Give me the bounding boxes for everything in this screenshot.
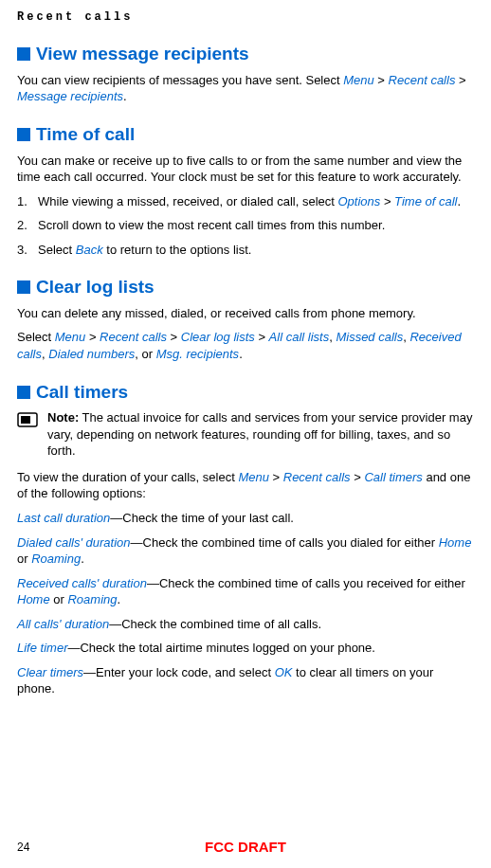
text: —Check the combined time of calls you re… — [147, 576, 465, 590]
text: > — [269, 470, 283, 484]
text: . — [457, 194, 461, 208]
all-calls-duration-link: All calls' duration — [17, 617, 109, 631]
recent-calls-link: Recent calls — [389, 73, 456, 87]
text: , or — [135, 347, 155, 361]
text: —Check the combined time of all calls. — [109, 617, 321, 631]
option-item: Last call duration—Check the time of you… — [17, 510, 474, 527]
recent-calls-link: Recent calls — [283, 470, 351, 484]
roaming-link: Roaming — [67, 592, 117, 606]
menu-link: Menu — [55, 330, 86, 344]
menu-link: Menu — [343, 73, 374, 87]
note-text: Note: The actual invoice for calls and s… — [47, 409, 474, 460]
life-timer-link: Life timer — [17, 641, 67, 655]
square-icon — [17, 280, 30, 294]
note-block: Note: The actual invoice for calls and s… — [17, 409, 474, 460]
home-link: Home — [17, 592, 50, 606]
text: > — [255, 330, 269, 344]
call-timers-link: Call timers — [364, 470, 422, 484]
section-heading-time-of-call: Time of call — [17, 122, 474, 147]
text: . — [123, 89, 127, 103]
section-heading-clear-log: Clear log lists — [17, 275, 474, 299]
dialed-calls-duration-link: Dialed calls' duration — [17, 535, 131, 550]
square-icon — [17, 386, 30, 399]
roaming-link: Roaming — [31, 552, 81, 566]
option-item: Dialed calls' duration—Check the combine… — [17, 534, 474, 568]
section-heading-view-message: View message recipients — [17, 42, 474, 66]
paragraph: You can make or receive up to five calls… — [17, 153, 474, 186]
list-item: Scroll down to view the most recent call… — [17, 217, 474, 234]
back-link: Back — [76, 243, 103, 257]
message-recipients-link: Message recipients — [17, 89, 123, 103]
page-footer: 24 FCC DRAFT — [0, 840, 491, 855]
square-icon — [17, 128, 30, 141]
text: Select — [38, 243, 76, 257]
options-link: Options — [337, 194, 380, 208]
clear-log-lists-link: Clear log lists — [181, 330, 255, 344]
text: > — [351, 470, 365, 484]
text: You can view recipients of messages you … — [17, 73, 343, 87]
heading-text: Time of call — [36, 124, 135, 144]
text: —Check the combined time of calls you di… — [131, 535, 439, 550]
received-calls-duration-link: Received calls' duration — [17, 576, 147, 590]
heading-text: View message recipients — [36, 44, 249, 63]
paragraph: Select Menu > Recent calls > Clear log l… — [17, 329, 474, 362]
option-item: Clear timers—Enter your lock code, and s… — [17, 664, 474, 697]
text: or — [17, 552, 31, 566]
text: . — [239, 347, 243, 361]
time-of-call-link: Time of call — [394, 194, 457, 208]
heading-text: Clear log lists — [36, 277, 155, 297]
menu-link: Menu — [238, 470, 269, 484]
page-header: Recent calls — [17, 9, 474, 25]
text: . — [81, 552, 84, 566]
text: > — [455, 73, 465, 87]
text: > — [167, 330, 181, 344]
text: > — [85, 330, 100, 344]
svg-rect-1 — [21, 416, 30, 424]
text: The actual invoice for calls and service… — [47, 410, 472, 458]
note-label: Note: — [47, 410, 79, 425]
list-item: Select Back to return to the options lis… — [17, 242, 474, 259]
recent-calls-link: Recent calls — [100, 330, 167, 344]
text: To view the duration of your calls, sele… — [17, 470, 238, 484]
fcc-draft-label: FCC DRAFT — [205, 838, 286, 857]
dialed-numbers-link: Dialed numbers — [48, 347, 135, 361]
text: While viewing a missed, received, or dia… — [38, 194, 337, 208]
text: —Enter your lock code, and select — [83, 665, 275, 679]
text: —Check the total airtime minutes logged … — [67, 641, 374, 655]
list-item: While viewing a missed, received, or dia… — [17, 193, 474, 210]
text: > — [380, 194, 394, 208]
msg-recipients-link: Msg. recipients — [156, 347, 239, 361]
paragraph: You can delete any missed, dialed, or re… — [17, 305, 474, 322]
text: —Check the time of your last call. — [110, 511, 294, 525]
all-call-lists-link: All call lists — [269, 330, 330, 344]
text: . — [118, 592, 121, 606]
option-item: Life timer—Check the total airtime minut… — [17, 640, 474, 657]
option-item: All calls' duration—Check the combined t… — [17, 616, 474, 633]
text: > — [374, 73, 389, 87]
ok-link: OK — [275, 665, 293, 679]
ordered-list: While viewing a missed, received, or dia… — [17, 193, 474, 259]
square-icon — [17, 47, 30, 61]
last-call-duration-link: Last call duration — [17, 511, 110, 525]
text: or — [50, 592, 68, 606]
home-link: Home — [439, 535, 472, 550]
page-number: 24 — [17, 840, 29, 855]
option-item: Received calls' duration—Check the combi… — [17, 575, 474, 608]
missed-calls-link: Missed calls — [336, 330, 403, 344]
heading-text: Call timers — [36, 382, 128, 402]
section-heading-call-timers: Call timers — [17, 380, 474, 405]
text: Select — [17, 330, 55, 344]
clear-timers-link: Clear timers — [17, 665, 83, 679]
note-icon — [17, 411, 40, 433]
text: to return to the options list. — [103, 243, 252, 257]
paragraph: To view the duration of your calls, sele… — [17, 469, 474, 502]
paragraph: You can view recipients of messages you … — [17, 72, 474, 105]
